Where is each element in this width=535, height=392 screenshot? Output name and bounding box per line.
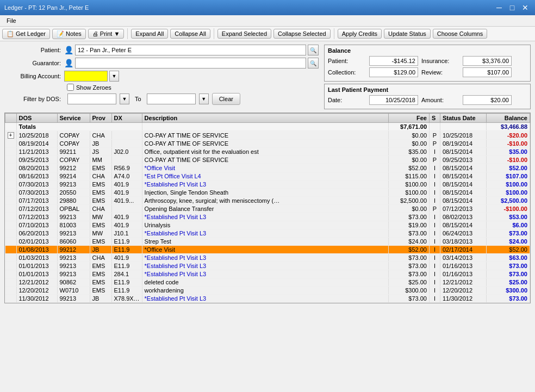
balance-title: Balance (328, 47, 527, 54)
row-fee: $115.00 (389, 172, 430, 181)
collapse-selected-button[interactable]: Collapse Selected (273, 29, 331, 39)
row-dx: 401.9 (111, 221, 142, 229)
guarantor-input[interactable] (75, 58, 306, 69)
filter-from-dropdown[interactable]: ▼ (120, 94, 129, 104)
row-prov: CHA (90, 254, 111, 262)
col-header-service[interactable]: Service (57, 114, 90, 123)
patient-search-button[interactable]: 🔍 (308, 45, 319, 55)
row-status-date: 01/16/2013 (440, 262, 487, 270)
row-dos: 08/19/2014 (16, 140, 57, 148)
apply-credits-button[interactable]: Apply Credits (338, 29, 382, 39)
table-row[interactable]: 07/12/2013 OPBAL CHA Opening Balance Tra… (5, 205, 530, 213)
maximize-button[interactable]: □ (507, 2, 518, 13)
table-row[interactable]: 06/20/2013 99213 MW J10.1 *Established P… (5, 229, 530, 238)
table-row[interactable]: 09/25/2013 COPAY MM CO-PAY AT TIME OF SE… (5, 156, 530, 164)
row-balance: $2,500.00 (487, 197, 530, 205)
row-status-date: 08/15/2014 (440, 164, 487, 172)
row-desc: Urinalysis (142, 221, 388, 229)
filter-to-dropdown[interactable]: ▼ (199, 94, 209, 104)
table-row[interactable]: 11/30/2012 99213 JB X78.9X… *Established… (5, 295, 530, 303)
table-row[interactable]: 12/20/2012 W0710 EMS E11.9 workhardening… (5, 287, 530, 295)
guarantor-icon: 👤 (64, 59, 73, 67)
col-header-dx[interactable]: DX (111, 114, 142, 123)
col-header-prov[interactable]: Prov (90, 114, 111, 123)
row-balance: $100.00 (487, 189, 530, 197)
col-header-s[interactable]: S (430, 114, 440, 123)
row-desc: deleted code (142, 278, 388, 287)
expand-selected-button[interactable]: Expand Selected (217, 29, 271, 39)
table-row[interactable]: 02/01/2013 86060 EMS E11.9 Strep Test $2… (5, 238, 530, 246)
row-expand (5, 229, 17, 238)
row-status-date: 08/02/2013 (440, 213, 487, 221)
row-dos: 07/12/2013 (16, 205, 57, 213)
patient-input[interactable] (75, 45, 306, 55)
update-status-button[interactable]: Update Status (384, 29, 431, 39)
minimize-button[interactable]: ─ (494, 2, 505, 13)
row-desc: *Established Pt Visit L3 (142, 262, 388, 270)
row-dx (111, 205, 142, 213)
col-header-dos[interactable]: DOS (16, 114, 57, 123)
expand-all-button[interactable]: Expand All (131, 29, 168, 39)
form-left: Patient: 👤 🔍 Guarantor: 👤 🔍 Billing Acco… (4, 45, 319, 109)
table-row[interactable]: 01/08/2013 99212 JB E11.9 *Office Visit … (5, 246, 530, 254)
row-fee: $24.00 (389, 238, 430, 246)
row-balance: $6.00 (487, 221, 530, 229)
filter-to-input[interactable] (147, 94, 196, 104)
table-row[interactable]: 01/01/2013 99213 EMS 284.1 *Established … (5, 270, 530, 278)
row-status-date: 03/18/2013 (440, 238, 487, 246)
print-button[interactable]: 🖨 Print ▼ (88, 29, 125, 39)
table-row[interactable]: 07/10/2013 81003 EMS 401.9 Urinalysis $1… (5, 221, 530, 229)
table-row[interactable]: 01/03/2013 99213 CHA 401.9 *Established … (5, 254, 530, 262)
notes-button[interactable]: 📝 Notes (52, 29, 86, 39)
col-header-fee[interactable]: Fee (389, 114, 430, 123)
close-button[interactable]: ✕ (520, 2, 531, 13)
balance-box: Balance Patient: -$145.12 Insurance: $3,… (324, 45, 531, 82)
table-row[interactable]: 08/19/2014 COPAY JB CO-PAY AT TIME OF SE… (5, 140, 530, 148)
to-label: To (133, 96, 144, 102)
row-expand (5, 181, 17, 189)
payment-amount-label: Amount: (421, 97, 459, 103)
table-row[interactable]: 08/20/2013 99212 EMS R56.9 *Office Visit… (5, 164, 530, 172)
row-s: I (430, 221, 440, 229)
table-row[interactable]: + 10/25/2018 COPAY CHA CO-PAY AT TIME OF… (5, 131, 530, 140)
row-service: 99211 (57, 148, 90, 156)
table-row[interactable]: 07/30/2013 20550 EMS 401.9 Injection, Si… (5, 189, 530, 197)
billing-account-label: Billing Account: (4, 73, 64, 79)
table-row[interactable]: 12/21/2012 90862 EMS E11.9 deleted code … (5, 278, 530, 287)
row-dx: E11.9 (111, 262, 142, 270)
filter-from-input[interactable] (67, 94, 116, 104)
menu-file[interactable]: File (2, 16, 21, 25)
row-s: I (430, 270, 440, 278)
table-row[interactable]: 07/12/2013 99213 MW 401.9 *Established P… (5, 213, 530, 221)
clear-button[interactable]: Clear (212, 93, 240, 105)
row-dos: 11/21/2013 (16, 148, 57, 156)
row-desc: CO-PAY AT TIME OF SERVICE (142, 156, 388, 164)
row-expand (5, 164, 17, 172)
table-row[interactable]: 01/01/2013 99213 EMS E11.9 *Established … (5, 262, 530, 270)
row-dos: 10/25/2018 (16, 131, 57, 140)
row-dx: A74.0 (111, 172, 142, 181)
billing-account-dropdown[interactable]: ▼ (109, 71, 119, 82)
data-table-wrapper: DOS Service Prov DX Description Fee S St… (4, 113, 531, 303)
col-header-balance[interactable]: Balance (487, 114, 530, 123)
get-ledger-button[interactable]: 📋 Get Ledger (2, 29, 50, 39)
expand-icon[interactable]: + (8, 132, 14, 139)
row-expand[interactable]: + (5, 131, 17, 140)
row-prov: EMS (90, 238, 111, 246)
guarantor-search-button[interactable]: 🔍 (308, 58, 319, 69)
table-row[interactable]: 07/30/2013 99213 EMS 401.9 *Established … (5, 181, 530, 189)
table-row[interactable]: 08/16/2013 99214 CHA A74.0 *Est Pt Offic… (5, 172, 530, 181)
row-dx: X78.9X… (111, 295, 142, 303)
billing-account-input[interactable] (64, 71, 108, 82)
row-dx: 401.9 (111, 189, 142, 197)
col-header-status[interactable]: Status Date (440, 114, 487, 123)
row-status-date: 09/25/2013 (440, 156, 487, 164)
choose-columns-button[interactable]: Choose Columns (433, 29, 487, 39)
table-container[interactable]: DOS Service Prov DX Description Fee S St… (5, 113, 530, 303)
collapse-all-button[interactable]: Collapse All (170, 29, 210, 39)
col-header-desc[interactable]: Description (142, 114, 388, 123)
show-zeroes-checkbox[interactable] (67, 84, 74, 91)
table-row[interactable]: 11/21/2013 99211 JS J02.0 Office, outpat… (5, 148, 530, 156)
row-dos: 07/12/2013 (16, 213, 57, 221)
table-row[interactable]: 07/17/2013 29880 EMS 401.9... Arthroscop… (5, 197, 530, 205)
